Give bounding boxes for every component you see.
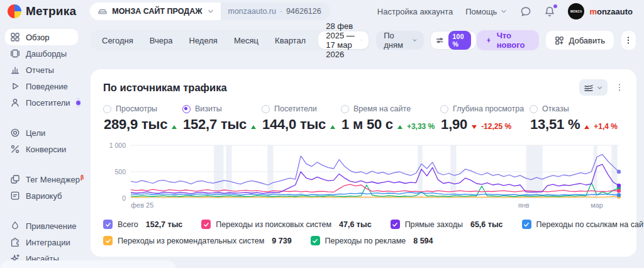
svg-text:500: 500 xyxy=(114,168,126,176)
metric-selected[interactable]: Визиты152,7 тыс xyxy=(182,104,256,133)
legend-checkbox[interactable] xyxy=(522,220,531,229)
counter-meta[interactable]: monzaauto.ru · 94626126 xyxy=(221,3,330,20)
legend-label: Переходы по ссылкам на сайтах xyxy=(536,220,644,229)
period-button[interactable]: Месяц xyxy=(226,31,266,49)
avatar: MONZA xyxy=(568,3,584,20)
metric-radio[interactable] xyxy=(341,105,349,113)
granularity-dropdown[interactable]: По дням xyxy=(376,31,424,50)
legend-label: Переходы из поисковых систем xyxy=(216,220,331,229)
date-range-picker[interactable]: 28 фев 2025 — 17 мар 2026 xyxy=(318,31,369,49)
metrica-logo-icon xyxy=(8,4,21,18)
user-menu[interactable]: MONZA monzaauto xyxy=(568,3,633,20)
chevron-down-icon xyxy=(500,8,508,15)
legend-value: 47,6 тыс xyxy=(339,220,372,229)
reports-icon xyxy=(10,65,20,75)
legend-item[interactable]: Переходы из рекомендательных систем9 739 xyxy=(103,236,292,245)
sidebar-item-label: Вариокуб xyxy=(26,191,62,201)
legend-checkbox[interactable] xyxy=(311,236,320,245)
trend-up-icon xyxy=(584,125,589,129)
legend-item[interactable]: Всего152,7 тыс xyxy=(103,220,182,229)
account-settings-link[interactable]: Настройка аккаунта xyxy=(377,7,453,16)
legend-row: Всего152,7 тысПереходы из поисковых сист… xyxy=(103,220,624,229)
whats-new-label: Что нового xyxy=(497,31,531,50)
legend-value: 9 739 xyxy=(272,237,291,245)
conversions-icon xyxy=(10,144,20,154)
legend-checkbox[interactable] xyxy=(201,220,211,229)
svg-text:1 000: 1 000 xyxy=(109,142,126,149)
counter-dropdown[interactable]: МОНЗА САЙТ ПРОДАЖ xyxy=(90,3,220,20)
metric-radio[interactable] xyxy=(182,105,191,113)
integrations-icon xyxy=(10,237,20,247)
sidebar-item-integrations[interactable]: Интеграции xyxy=(5,234,78,250)
metric-value: 1,90 xyxy=(441,116,467,133)
sidebar-item-behavior[interactable]: Поведение xyxy=(5,78,78,94)
period-button[interactable]: Сегодня xyxy=(94,31,141,49)
check-icon xyxy=(203,221,209,228)
sidebar-item-label: Конверсии xyxy=(26,145,66,154)
period-button[interactable]: Вчера xyxy=(142,31,180,49)
notifications-button[interactable] xyxy=(544,6,555,17)
sidebar-item-tagmanager[interactable]: Тег Менеджерβ xyxy=(5,171,78,187)
counter-id: 94626126 xyxy=(286,7,321,16)
check-icon xyxy=(105,221,111,228)
period-button[interactable]: Неделя xyxy=(182,31,225,49)
metric-value: 13,51 % xyxy=(530,116,580,133)
sampling-badge: 100 % xyxy=(448,31,472,50)
chart[interactable]: 05001 000фев 25янвмар xyxy=(103,140,624,213)
legend-checkbox[interactable] xyxy=(103,236,113,245)
sidebar-item-conversions[interactable]: Конверсии xyxy=(5,141,78,157)
add-button[interactable]: Добавить xyxy=(545,30,614,50)
help-dropdown[interactable]: Помощь xyxy=(465,7,508,16)
toolbar-more-button[interactable] xyxy=(621,30,636,50)
kebab-icon xyxy=(615,83,624,92)
legend-item[interactable]: Переходы по ссылкам на сайтах12,4 тыс xyxy=(522,220,644,229)
legend-value: 152,7 тыс xyxy=(146,220,183,229)
metric-item[interactable]: Время на сайте1 м 50 с+3,33 % xyxy=(341,104,435,133)
sidebar-item-goals[interactable]: Цели xyxy=(5,125,78,141)
sidebar-item-label: Тег Менеджерβ xyxy=(26,174,84,184)
legend-row: Переходы из рекомендательных систем9 739… xyxy=(103,236,624,245)
check-icon xyxy=(105,238,111,244)
sampling-settings-button[interactable]: 100 % xyxy=(430,31,477,50)
sidebar-item-dashboards[interactable]: Дашборды xyxy=(5,45,78,62)
metric-radio[interactable] xyxy=(103,105,111,113)
period-button[interactable]: Квартал xyxy=(267,31,313,49)
legend-item[interactable]: Переходы по рекламе8 594 xyxy=(311,236,433,245)
chart-type-dropdown[interactable] xyxy=(579,79,608,96)
metric-item[interactable]: Просмотры289,9 тыс xyxy=(103,104,177,133)
metric-item[interactable]: Посетители144,0 тыс xyxy=(262,104,335,133)
beta-badge: β xyxy=(80,174,84,181)
whats-new-button[interactable]: Что нового xyxy=(477,30,539,50)
legend-value: 65,6 тыс xyxy=(470,220,503,229)
counter-name: МОНЗА САЙТ ПРОДАЖ xyxy=(112,7,202,16)
card-more-button[interactable] xyxy=(615,83,624,92)
metric-radio[interactable] xyxy=(262,105,270,113)
sidebar-item-label: Цели xyxy=(26,128,45,138)
sidebar-item-attraction[interactable]: Привлечение xyxy=(5,218,78,234)
metric-item[interactable]: Глубина просмотра1,90-12,25 % xyxy=(440,104,524,133)
sidebar-item-overview[interactable]: Обзор xyxy=(5,29,78,45)
metric-item[interactable]: Отказы13,51 %+1,4 % xyxy=(530,104,618,133)
sidebar-group: ЦелиКонверсии xyxy=(5,125,78,157)
sidebar-item-label: Дашборды xyxy=(26,49,67,59)
legend-checkbox[interactable] xyxy=(391,220,400,229)
legend-item[interactable]: Прямые заходы65,6 тыс xyxy=(391,220,503,229)
feedback-button[interactable] xyxy=(520,6,531,17)
notification-dot xyxy=(553,4,557,8)
line-chart-icon xyxy=(584,82,594,92)
legend-item[interactable]: Переходы из поисковых систем47,6 тыс xyxy=(201,220,371,229)
metric-delta: +3,33 % xyxy=(407,122,435,131)
sidebar-item-visitors[interactable]: Посетители xyxy=(5,94,78,111)
goals-icon xyxy=(10,128,20,138)
trend-up-icon xyxy=(172,125,177,129)
metric-radio[interactable] xyxy=(530,105,538,113)
sidebar-item-variocube[interactable]: Вариокуб xyxy=(5,187,78,204)
legend-checkbox[interactable] xyxy=(103,220,113,229)
counter-separator: · xyxy=(280,7,282,16)
topbar: Метрика МОНЗА САЙТ ПРОДАЖ monzaauto.ru ·… xyxy=(0,0,644,23)
variocube-icon xyxy=(10,191,20,201)
metric-label: Время на сайте xyxy=(353,104,411,113)
metric-radio[interactable] xyxy=(440,105,448,113)
metrica-logo[interactable]: Метрика xyxy=(8,4,76,18)
sidebar-item-reports[interactable]: Отчеты xyxy=(5,62,78,78)
